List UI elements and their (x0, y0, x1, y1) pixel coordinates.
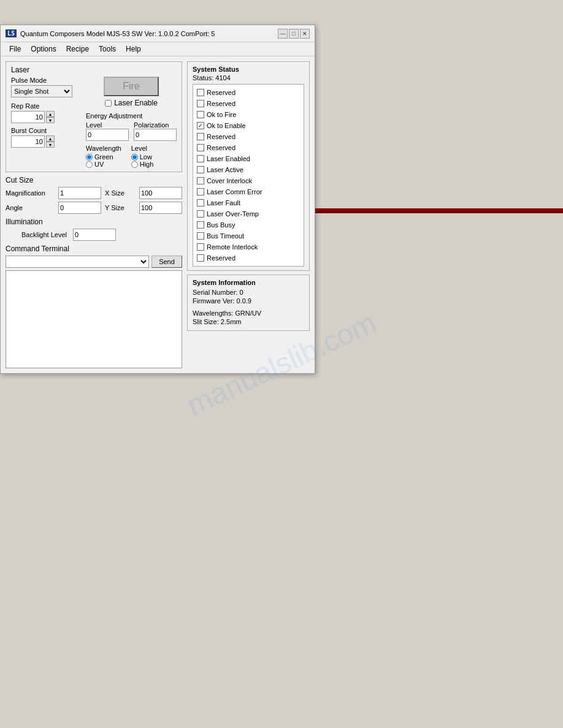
pulse-mode-select[interactable]: Single Shot Burst Continuous (11, 85, 72, 97)
status-item-label: Laser Over-Temp (207, 210, 259, 218)
level-high-row: High (131, 161, 154, 168)
status-item-label: Bus Busy (207, 221, 235, 229)
maximize-button[interactable]: □ (289, 29, 299, 39)
burst-count-spinbuttons: ▲ ▼ (46, 135, 55, 148)
angle-input[interactable] (58, 202, 101, 214)
menu-file[interactable]: File (6, 44, 25, 55)
illumination-label: Illumination (6, 218, 182, 226)
right-panel: System Status Status: 4104 ReservedReser… (187, 61, 310, 368)
status-checkbox (197, 199, 204, 207)
pulse-mode-label: Pulse Mode (11, 77, 86, 84)
level-low-label: Low (140, 153, 152, 161)
window-controls: — □ ✕ (278, 29, 310, 39)
status-item-label: Ok to Enable (207, 122, 246, 129)
level2-label: Level (131, 145, 154, 152)
status-item-label: Cover Interlock (207, 177, 252, 184)
rep-rate-up[interactable]: ▲ (46, 111, 55, 117)
rep-rate-input[interactable] (11, 111, 45, 123)
menu-help[interactable]: Help (122, 44, 145, 55)
status-item-label: Reserved (207, 89, 236, 96)
status-checkbox (197, 166, 204, 173)
fire-button[interactable]: Fire (104, 77, 159, 96)
polarization-input[interactable] (134, 129, 177, 141)
system-info-title: System Information (193, 279, 304, 286)
status-item: Reserved (197, 131, 300, 142)
cut-size-section: Cut Size Magnification X Size Angle Y Si… (6, 176, 182, 214)
status-checkbox (197, 221, 204, 229)
slit-size: Slit Size: 2.5mm (193, 318, 304, 325)
status-item: Laser Enabled (197, 153, 300, 164)
laser-top: Pulse Mode Single Shot Burst Continuous … (11, 77, 177, 168)
minimize-button[interactable]: — (278, 29, 288, 39)
menu-tools[interactable]: Tools (95, 44, 120, 55)
status-item: Reserved (197, 252, 300, 264)
status-item: Reserved (197, 142, 300, 153)
bottom-bar (315, 208, 563, 213)
system-status-box: System Status Status: 4104 ReservedReser… (187, 61, 310, 271)
energy-level-input[interactable] (86, 129, 129, 141)
status-value: Status: 4104 (193, 74, 304, 82)
terminal-output[interactable] (6, 270, 182, 368)
burst-count-input[interactable] (11, 135, 45, 148)
left-panel: Laser Pulse Mode Single Shot Burst Conti… (6, 61, 182, 368)
status-item-label: Reserved (207, 144, 236, 151)
level-col: Level Low High (131, 145, 154, 168)
status-checkbox (197, 243, 204, 251)
wavelength-green-radio[interactable] (86, 154, 93, 161)
status-item: Reserved (197, 98, 300, 109)
backlight-input[interactable] (73, 229, 116, 241)
terminal-input-row: Send (6, 256, 182, 268)
status-checkbox (197, 210, 204, 218)
status-item-label: Remote Interlock (207, 243, 258, 251)
window-title: Quantum Composers Model MJS-53 SW Ver: 1… (20, 30, 278, 37)
level-low-radio[interactable] (131, 154, 138, 161)
laser-left: Pulse Mode Single Shot Burst Continuous … (11, 77, 86, 148)
status-item-label: Ok to Fire (207, 111, 236, 118)
app-logo: LS (6, 29, 17, 37)
burst-count-section: Burst Count ▲ ▼ (11, 127, 86, 148)
burst-count-up[interactable]: ▲ (46, 135, 55, 142)
firmware-version: Firmware Ver: 0.0.9 (193, 297, 304, 305)
wavelength-green-label: Green (94, 153, 113, 161)
status-checkbox (197, 188, 204, 195)
magnification-row: Magnification X Size (6, 187, 182, 199)
y-size-label: Y Size (105, 204, 136, 211)
laser-section: Laser Pulse Mode Single Shot Burst Conti… (6, 61, 182, 172)
x-size-input[interactable] (139, 187, 182, 199)
status-checkbox (197, 144, 204, 151)
rep-rate-down[interactable]: ▼ (46, 117, 55, 123)
wavelengths-info: Wavelengths: GRN/UV (193, 309, 304, 317)
send-button[interactable]: Send (151, 256, 182, 268)
status-label-text: Status: (193, 74, 213, 82)
menu-options[interactable]: Options (27, 44, 59, 55)
menu-recipe[interactable]: Recipe (63, 44, 93, 55)
menubar: File Options Recipe Tools Help (1, 42, 315, 56)
status-item-label: Reserved (207, 100, 236, 107)
titlebar: LS Quantum Composers Model MJS-53 SW Ver… (1, 25, 315, 42)
x-size-label: X Size (105, 189, 136, 197)
status-item: Laser Over-Temp (197, 208, 300, 219)
magnification-input[interactable] (58, 187, 101, 199)
status-checkbox (197, 89, 204, 96)
status-item-label: Reserved (207, 254, 236, 262)
cut-size-label: Cut Size (6, 176, 182, 184)
y-size-input[interactable] (139, 202, 182, 214)
wavelength-section: Wavelength Green UV (86, 145, 177, 168)
rep-rate-section: Rep Rate ▲ ▼ (11, 102, 86, 123)
backlight-row: Backlight Level (6, 229, 182, 241)
wl-row: Wavelength Green UV (86, 145, 177, 168)
status-item: Cover Interlock (197, 175, 300, 186)
status-item: Laser Active (197, 164, 300, 175)
terminal-combo[interactable] (6, 256, 149, 268)
status-item: Remote Interlock (197, 241, 300, 252)
status-number: 4104 (215, 74, 230, 82)
wavelength-uv-radio[interactable] (86, 161, 93, 168)
laser-right: Fire Laser Enable Energy Adjustment Leve… (86, 77, 177, 168)
rep-rate-spinner: ▲ ▼ (11, 111, 86, 123)
burst-count-down[interactable]: ▼ (46, 142, 55, 148)
close-button[interactable]: ✕ (300, 29, 310, 39)
laser-enable-checkbox[interactable] (105, 100, 112, 107)
level-high-radio[interactable] (131, 161, 138, 168)
level-high-label: High (140, 161, 154, 168)
level-low-row: Low (131, 153, 154, 161)
